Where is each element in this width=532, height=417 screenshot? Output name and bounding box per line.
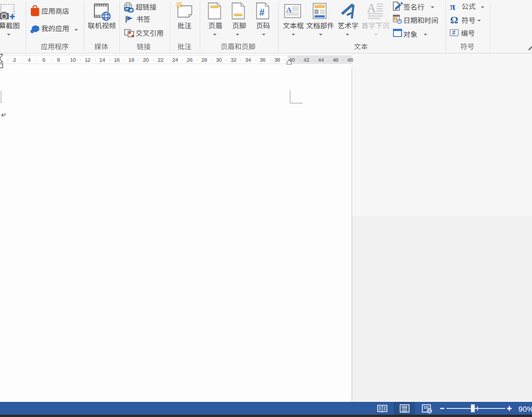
svg-text:A: A: [367, 1, 377, 15]
svg-text:#: #: [260, 8, 265, 17]
svg-text:Ω: Ω: [451, 15, 459, 26]
svg-text:A: A: [286, 5, 292, 14]
svg-text:#: #: [452, 30, 456, 36]
svg-text:π: π: [450, 1, 456, 12]
